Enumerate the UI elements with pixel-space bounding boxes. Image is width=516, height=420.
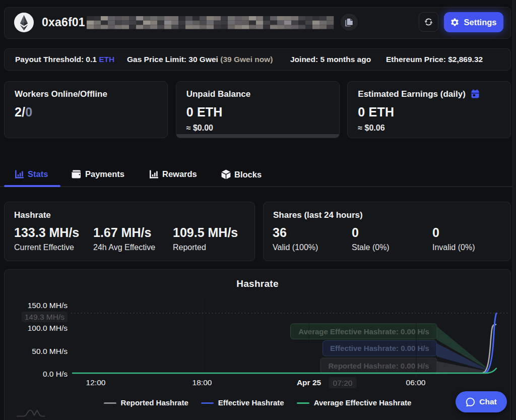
svg-text:Reported Hashrate: 0.00 H/s: Reported Hashrate: 0.00 H/s xyxy=(328,362,429,370)
svg-text:Average Effective Hashrate: 0.: Average Effective Hashrate: 0.00 H/s xyxy=(298,327,429,336)
svg-text:Effective Hashrate: 0.00 H/s: Effective Hashrate: 0.00 H/s xyxy=(330,344,429,352)
